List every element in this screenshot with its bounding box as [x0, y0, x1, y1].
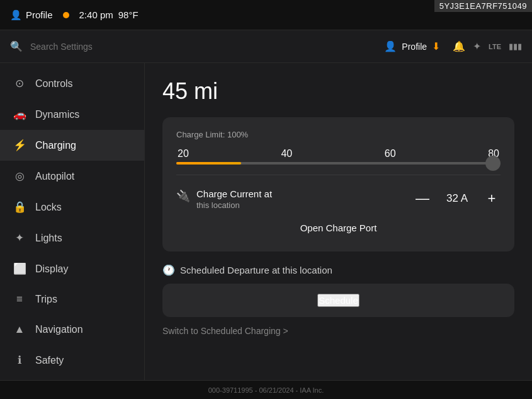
charge-current-label: Charge Current at	[196, 188, 272, 200]
top-profile-icon: 👤	[384, 40, 397, 52]
tick-40: 40	[281, 148, 292, 159]
status-dot	[63, 12, 69, 18]
charge-current-text: Charge Current at this location	[196, 188, 272, 210]
sidebar-item-locks[interactable]: 🔒 Locks	[0, 192, 144, 223]
range-display: 45 mi	[162, 78, 514, 105]
slider-fill	[176, 162, 241, 165]
sidebar-item-lights[interactable]: ✦ Lights	[0, 223, 144, 253]
charge-limit-label: Charge Limit: 100%	[176, 130, 501, 139]
top-profile-label: Profile	[402, 42, 427, 52]
bottom-bar-text: 000-39711995 - 06/21/2024 - IAA Inc.	[208, 386, 324, 394]
charge-slider[interactable]	[176, 162, 501, 165]
sidebar-item-label: Controls	[35, 78, 73, 90]
sidebar-item-label: Safety	[35, 355, 64, 366]
charge-current-row: 🔌 Charge Current at this location — 32 A…	[176, 185, 501, 212]
sidebar-item-label: Charging	[35, 140, 76, 151]
slider-thumb[interactable]	[485, 156, 501, 171]
sidebar: ⊙ Controls 🚗 Dynamics ⚡ Charging ◎ Autop…	[0, 63, 145, 380]
search-icon: 🔍	[10, 40, 23, 52]
sidebar-item-controls[interactable]: ⊙ Controls	[0, 68, 144, 99]
top-profile-area: 👤 Profile ⬇	[384, 40, 440, 52]
lte-badge: LTE	[489, 43, 501, 50]
tick-20: 20	[178, 148, 189, 159]
sidebar-item-label: Locks	[35, 202, 62, 213]
trips-icon: ≡	[13, 293, 26, 306]
schedule-button[interactable]: Schedule	[317, 294, 359, 307]
search-bar-row: 🔍 👤 Profile ⬇ 🔔 ✦ LTE ▮▮▮	[0, 30, 532, 63]
sidebar-item-display[interactable]: ⬜ Display	[0, 253, 144, 284]
charge-current-label-wrap: 🔌 Charge Current at this location	[176, 188, 272, 210]
charge-current-sublabel: this location	[196, 200, 272, 210]
main-layout: ⊙ Controls 🚗 Dynamics ⚡ Charging ◎ Autop…	[0, 63, 532, 380]
sidebar-item-label: Autopilot	[35, 171, 74, 182]
increase-current-button[interactable]: +	[483, 190, 501, 207]
lights-icon: ✦	[13, 231, 26, 245]
profile-button[interactable]: 👤 Profile	[10, 9, 53, 21]
sidebar-item-label: Trips	[35, 294, 57, 305]
navigation-icon: ▲	[13, 323, 26, 336]
scheduled-label: Scheduled Departure at this location	[180, 265, 332, 275]
top-icons: 🔔 ✦ LTE ▮▮▮	[453, 40, 522, 52]
current-controls: — 32 A +	[414, 190, 501, 207]
clock-icon: 🕐	[162, 264, 175, 276]
charge-card: Charge Limit: 100% 20 40 60 80 🔌 Charge …	[162, 117, 514, 252]
plug-icon: 🔌	[176, 189, 190, 203]
signal-icon: ▮▮▮	[509, 42, 522, 51]
sidebar-item-charging[interactable]: ⚡ Charging	[0, 130, 144, 161]
bluetooth-icon: ✦	[473, 40, 481, 52]
download-icon: ⬇	[432, 40, 440, 52]
schedule-card: Schedule	[162, 284, 514, 317]
profile-label: Profile	[26, 9, 53, 20]
sidebar-item-label: Navigation	[35, 324, 83, 335]
bell-icon: 🔔	[453, 40, 465, 52]
tick-60: 60	[385, 148, 396, 159]
slider-ticks: 20 40 60 80	[176, 148, 501, 159]
sidebar-item-navigation[interactable]: ▲ Navigation	[0, 315, 144, 345]
sidebar-item-label: Dynamics	[35, 109, 79, 120]
safety-icon: ℹ	[13, 354, 26, 367]
time-display: 2:40 pm 98°F	[79, 9, 139, 20]
sidebar-item-safety[interactable]: ℹ Safety	[0, 345, 144, 376]
sidebar-item-autopilot[interactable]: ◎ Autopilot	[0, 161, 144, 192]
search-input[interactable]	[30, 42, 376, 52]
bottom-bar: 000-39711995 - 06/21/2024 - IAA Inc.	[0, 380, 532, 399]
open-charge-port-row: Open Charge Port	[176, 212, 501, 239]
sidebar-item-label: Lights	[35, 233, 62, 244]
sidebar-item-trips[interactable]: ≡ Trips	[0, 284, 144, 315]
temperature: 98°F	[118, 9, 139, 20]
divider	[176, 175, 501, 175]
display-icon: ⬜	[13, 262, 26, 275]
sidebar-item-label: Display	[35, 263, 68, 275]
current-value: 32 A	[441, 192, 473, 205]
time: 2:40 pm	[79, 9, 113, 20]
scheduled-label-row: 🕐 Scheduled Departure at this location	[162, 264, 514, 276]
sidebar-item-dynamics[interactable]: 🚗 Dynamics	[0, 99, 144, 130]
dynamics-icon: 🚗	[13, 108, 26, 121]
content-area: 45 mi Charge Limit: 100% 20 40 60 80 🔌 C…	[145, 63, 532, 380]
open-charge-port-button[interactable]: Open Charge Port	[300, 223, 377, 233]
profile-icon: 👤	[10, 9, 22, 21]
charging-icon: ⚡	[13, 139, 26, 152]
controls-icon: ⊙	[13, 77, 26, 90]
switch-charging-link[interactable]: Switch to Scheduled Charging >	[162, 326, 514, 336]
vin-badge: 5YJ3E1EA7RF751049	[434, 0, 532, 12]
decrease-current-button[interactable]: —	[414, 190, 431, 207]
autopilot-icon: ◎	[13, 170, 26, 183]
locks-icon: 🔒	[13, 200, 26, 214]
scheduled-section: 🕐 Scheduled Departure at this location S…	[162, 264, 514, 336]
